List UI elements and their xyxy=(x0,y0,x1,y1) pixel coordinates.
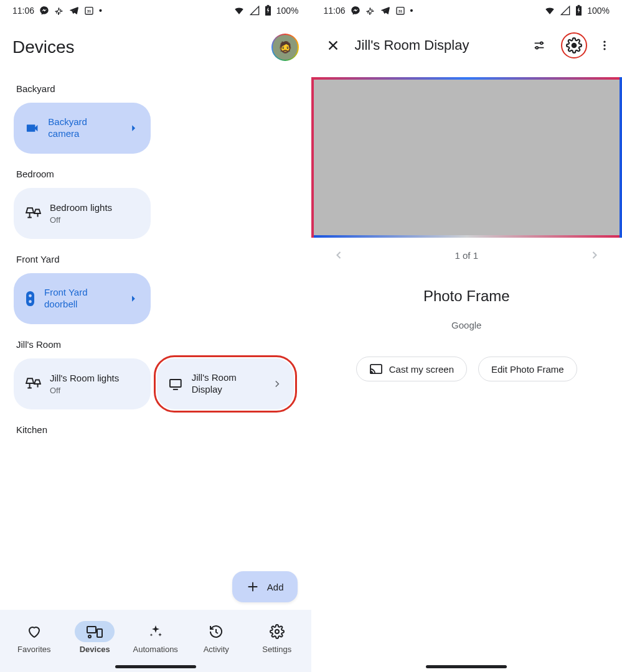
svg-text:31: 31 xyxy=(398,9,402,13)
settings-button[interactable] xyxy=(561,32,587,58)
chevron-right-icon xyxy=(271,378,283,390)
device-title: Front Yard doorbell xyxy=(44,287,119,310)
add-device-fab[interactable]: Add xyxy=(232,571,298,602)
notification-dot-icon: • xyxy=(99,6,102,16)
device-title: Bedroom lights xyxy=(50,202,112,214)
chevron-left-icon[interactable] xyxy=(332,249,345,261)
svg-point-18 xyxy=(572,44,577,48)
profile-avatar[interactable]: 🧔 xyxy=(271,34,299,61)
calendar-icon: 31 xyxy=(84,6,94,16)
room-label: Kitchen xyxy=(16,424,295,435)
status-battery: 100% xyxy=(276,6,299,16)
history-icon xyxy=(209,624,224,639)
heart-icon xyxy=(27,624,42,639)
battery-icon xyxy=(575,5,582,16)
nav-favorites[interactable]: Favorites xyxy=(4,621,65,654)
telegram-icon xyxy=(69,6,79,16)
nav-label: Automations xyxy=(133,645,178,654)
sparkle-icon xyxy=(148,624,163,639)
device-card-front-yard-doorbell[interactable]: Front Yard doorbell xyxy=(14,273,151,324)
cast-screen-button[interactable]: Cast my screen xyxy=(356,357,467,381)
camera-icon xyxy=(25,121,39,136)
device-card-backyard-camera[interactable]: Backyard camera xyxy=(14,103,151,154)
button-label: Edit Photo Frame xyxy=(491,364,564,375)
edit-photo-frame-button[interactable]: Edit Photo Frame xyxy=(478,357,577,381)
svg-rect-9 xyxy=(97,629,102,637)
svg-point-10 xyxy=(88,635,91,638)
svg-point-16 xyxy=(540,42,543,45)
device-status: Off xyxy=(50,215,112,225)
svg-point-19 xyxy=(603,41,605,43)
notification-dot-icon: • xyxy=(410,6,413,16)
bottom-nav: Favorites Devices Automations Activity S… xyxy=(0,610,311,672)
nav-devices[interactable]: Devices xyxy=(65,621,126,654)
device-card-jills-room-display[interactable]: Jill's Room Display xyxy=(157,358,294,409)
svg-rect-7 xyxy=(170,380,181,387)
screen-device-detail: 11:06 31 • 100% Jill's Room Display xyxy=(311,0,623,672)
equalizer-icon xyxy=(532,39,546,52)
svg-rect-4 xyxy=(26,291,34,306)
devices-icon xyxy=(87,624,103,639)
device-title: Jill's Room Display xyxy=(192,372,263,396)
equalizer-button[interactable] xyxy=(526,32,552,58)
nav-activity[interactable]: Activity xyxy=(186,621,247,654)
messenger-icon xyxy=(39,6,49,16)
wifi-icon xyxy=(233,5,245,16)
calendar-icon: 31 xyxy=(395,6,405,16)
nav-settings[interactable]: Settings xyxy=(247,621,308,654)
slack-icon xyxy=(365,6,375,16)
nav-label: Settings xyxy=(262,645,291,654)
fab-label: Add xyxy=(267,582,284,592)
more-button[interactable] xyxy=(596,32,613,58)
home-indicator[interactable] xyxy=(426,665,507,668)
close-button[interactable] xyxy=(320,32,346,58)
status-bar: 11:06 31 • 100% xyxy=(311,0,623,21)
svg-point-5 xyxy=(29,294,32,297)
svg-text:31: 31 xyxy=(87,9,92,13)
signal-icon xyxy=(560,6,570,16)
svg-point-11 xyxy=(275,630,279,633)
wifi-icon xyxy=(544,5,555,16)
nav-label: Favorites xyxy=(17,645,50,654)
svg-point-20 xyxy=(603,44,605,46)
battery-icon xyxy=(265,5,271,16)
room-label: Backyard xyxy=(16,83,295,94)
status-time: 11:06 xyxy=(12,6,34,16)
svg-point-17 xyxy=(536,47,539,49)
chevron-right-icon[interactable] xyxy=(588,249,601,261)
display-icon xyxy=(168,376,183,392)
home-indicator[interactable] xyxy=(115,665,196,668)
nav-label: Devices xyxy=(80,645,110,654)
device-title: Jill's Room lights xyxy=(50,373,119,385)
room-label: Jill's Room xyxy=(16,339,295,350)
close-icon xyxy=(326,39,340,52)
svg-rect-15 xyxy=(578,5,580,6)
svg-point-23 xyxy=(370,372,372,373)
status-bar: 11:06 31 • 100% xyxy=(0,0,311,21)
svg-point-21 xyxy=(603,48,605,50)
gear-icon xyxy=(270,624,285,639)
nav-automations[interactable]: Automations xyxy=(125,621,186,654)
device-title: Jill's Room Display xyxy=(355,37,518,54)
photo-preview[interactable] xyxy=(311,77,623,238)
nav-label: Activity xyxy=(204,645,229,654)
device-card-jills-room-lights[interactable]: Jill's Room lights Off xyxy=(14,358,151,409)
device-title: Backyard camera xyxy=(48,116,118,140)
slack-icon xyxy=(54,6,64,16)
page-title: Devices xyxy=(12,37,75,57)
pager-text: 1 of 1 xyxy=(455,250,478,261)
chevron-right-icon xyxy=(128,122,139,134)
lamp-icon xyxy=(25,205,41,222)
status-battery: 100% xyxy=(587,6,610,16)
room-label: Front Yard xyxy=(16,254,295,264)
product-title: Photo Frame xyxy=(311,287,623,305)
svg-rect-3 xyxy=(266,5,269,6)
telegram-icon xyxy=(380,6,390,16)
svg-point-6 xyxy=(29,300,32,303)
device-card-bedroom-lights[interactable]: Bedroom lights Off xyxy=(14,188,151,239)
plus-icon xyxy=(246,580,260,594)
chevron-right-icon xyxy=(128,292,139,305)
signal-icon xyxy=(250,6,260,16)
status-time: 11:06 xyxy=(324,6,346,16)
product-vendor: Google xyxy=(311,320,623,330)
